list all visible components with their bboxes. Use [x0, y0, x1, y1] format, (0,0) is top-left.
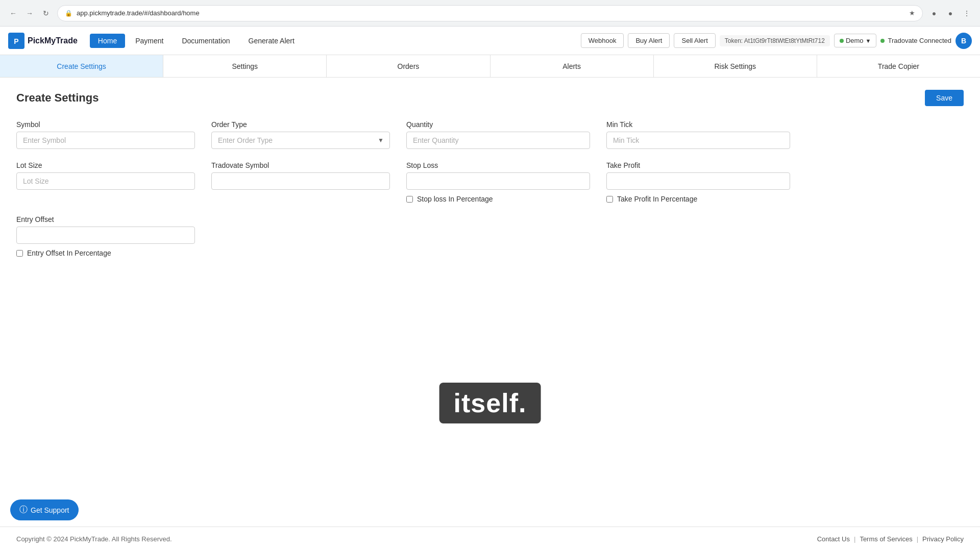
- url-text: app.pickmytrade.trade/#/dashboard/home: [77, 9, 905, 17]
- token-display: Token: At1tGt9rTt8tWtEt8tYtMtRt712: [720, 35, 830, 46]
- contact-us-link[interactable]: Contact Us: [817, 535, 850, 543]
- svg-text:P: P: [14, 37, 18, 45]
- symbol-label: Symbol: [16, 120, 195, 129]
- entry-offset-input[interactable]: 0: [16, 227, 195, 244]
- subnav-trade-copier[interactable]: Trade Copier: [817, 55, 980, 77]
- tradovate-symbol-label: Tradovate Symbol: [211, 161, 390, 169]
- symbol-input[interactable]: [16, 132, 195, 149]
- take-profit-label: Take Profit: [606, 161, 790, 169]
- subnav-risk-settings[interactable]: Risk Settings: [654, 55, 817, 77]
- page-title: Create Settings: [16, 91, 99, 105]
- demo-chevron-icon: ▼: [866, 38, 871, 44]
- form-row-1: Symbol Order Type Enter Order Type Marke…: [16, 120, 964, 149]
- terms-link[interactable]: Terms of Services: [860, 535, 912, 543]
- profile-icon[interactable]: ●: [943, 6, 958, 20]
- nav-payment[interactable]: Payment: [127, 34, 172, 48]
- lot-size-label: Lot Size: [16, 161, 195, 169]
- refresh-button[interactable]: ↻: [39, 6, 53, 20]
- connection-dot: [880, 39, 885, 43]
- tradovate-symbol-group: Tradovate Symbol NQH2: [211, 161, 390, 203]
- support-icon: ⓘ: [19, 505, 28, 515]
- quantity-group: Quantity: [406, 120, 590, 149]
- browser-right-icons: ● ● ⋮: [927, 6, 974, 20]
- min-tick-group: Min Tick: [606, 120, 790, 149]
- browser-chrome: ← → ↻ 🔒 app.pickmytrade.trade/#/dashboar…: [0, 0, 980, 27]
- logo-area: P PickMyTrade: [8, 33, 78, 49]
- demo-status-dot: [840, 39, 844, 43]
- lot-size-input[interactable]: [16, 172, 195, 190]
- overlay-text: itself.: [439, 383, 541, 423]
- entry-offset-checkbox-row: Entry Offset In Percentage: [16, 249, 195, 257]
- order-type-label: Order Type: [211, 120, 390, 129]
- footer-divider-1: |: [854, 535, 855, 543]
- avatar-button[interactable]: B: [955, 33, 972, 49]
- order-type-select[interactable]: Enter Order Type Market Limit Stop: [211, 132, 390, 149]
- symbol-group: Symbol: [16, 120, 195, 149]
- form-row-2: Lot Size Tradovate Symbol NQH2 Stop Loss…: [16, 161, 964, 203]
- sell-alert-button[interactable]: Sell Alert: [674, 33, 715, 48]
- extensions-icon[interactable]: ●: [927, 6, 941, 20]
- form-row-3: Entry Offset 0 Entry Offset In Percentag…: [16, 215, 964, 257]
- nav-documentation[interactable]: Documentation: [174, 34, 238, 48]
- entry-offset-percentage-label[interactable]: Entry Offset In Percentage: [27, 249, 111, 257]
- menu-icon[interactable]: ⋮: [960, 6, 974, 20]
- take-profit-percentage-checkbox[interactable]: [606, 196, 613, 203]
- webhook-button[interactable]: Webhook: [581, 33, 624, 48]
- logo-text: PickMyTrade: [28, 36, 78, 45]
- footer: Copyright © 2024 PickMyTrade. All Rights…: [0, 527, 980, 551]
- quantity-input[interactable]: [406, 132, 590, 149]
- header-right: Webhook Buy Alert Sell Alert Token: At1t…: [581, 33, 972, 49]
- order-type-group: Order Type Enter Order Type Market Limit…: [211, 120, 390, 149]
- lock-icon: 🔒: [65, 10, 72, 17]
- footer-copyright: Copyright © 2024 PickMyTrade. All Rights…: [16, 535, 172, 543]
- support-button[interactable]: ⓘ Get Support: [10, 499, 79, 520]
- stop-loss-checkbox-row: Stop loss In Percentage: [406, 195, 590, 203]
- connected-text: Tradovate Connected: [888, 37, 951, 44]
- tradovate-symbol-input[interactable]: NQH2: [211, 172, 390, 190]
- nav-home[interactable]: Home: [90, 34, 125, 48]
- star-icon: ★: [909, 9, 915, 17]
- take-profit-checkbox-row: Take Profit In Percentage: [606, 195, 790, 203]
- address-bar[interactable]: 🔒 app.pickmytrade.trade/#/dashboard/home…: [57, 5, 923, 21]
- buy-alert-button[interactable]: Buy Alert: [628, 33, 670, 48]
- connection-status: Tradovate Connected: [880, 37, 951, 44]
- sub-nav: Create Settings Settings Orders Alerts R…: [0, 55, 980, 78]
- footer-right: Contact Us | Terms of Services | Privacy…: [817, 535, 964, 543]
- browser-nav-buttons: ← → ↻: [6, 6, 53, 20]
- main-content: Create Settings Save Symbol Order Type: [0, 78, 980, 282]
- nav-generate-alert[interactable]: Generate Alert: [240, 34, 303, 48]
- nav-buttons: Home Payment Documentation Generate Aler…: [90, 34, 303, 48]
- subnav-settings[interactable]: Settings: [163, 55, 327, 77]
- min-tick-input[interactable]: [606, 132, 790, 149]
- take-profit-input[interactable]: 0: [606, 172, 790, 190]
- entry-offset-percentage-checkbox[interactable]: [16, 250, 23, 257]
- take-profit-group: Take Profit 0 Take Profit In Percentage: [606, 161, 790, 203]
- demo-selector[interactable]: Demo ▼: [834, 34, 877, 47]
- privacy-link[interactable]: Privacy Policy: [922, 535, 964, 543]
- order-type-select-wrapper: Enter Order Type Market Limit Stop ▼: [211, 132, 390, 149]
- subnav-orders[interactable]: Orders: [327, 55, 490, 77]
- subnav-create-settings[interactable]: Create Settings: [0, 55, 163, 77]
- stop-loss-group: Stop Loss 0 Stop loss In Percentage: [406, 161, 590, 203]
- back-button[interactable]: ←: [6, 6, 20, 20]
- take-profit-percentage-label[interactable]: Take Profit In Percentage: [617, 195, 697, 203]
- footer-divider-2: |: [917, 535, 918, 543]
- stop-loss-percentage-label[interactable]: Stop loss In Percentage: [417, 195, 493, 203]
- min-tick-label: Min Tick: [606, 120, 790, 129]
- app-header: P PickMyTrade Home Payment Documentation…: [0, 27, 980, 55]
- quantity-label: Quantity: [406, 120, 590, 129]
- entry-offset-label: Entry Offset: [16, 215, 195, 223]
- demo-label: Demo: [846, 37, 864, 44]
- page-wrapper: P PickMyTrade Home Payment Documentation…: [0, 27, 980, 551]
- subnav-alerts[interactable]: Alerts: [491, 55, 654, 77]
- form-container: Symbol Order Type Enter Order Type Marke…: [16, 120, 964, 257]
- logo-icon: P: [8, 33, 24, 49]
- stop-loss-percentage-checkbox[interactable]: [406, 196, 413, 203]
- stop-loss-label: Stop Loss: [406, 161, 590, 169]
- save-button[interactable]: Save: [925, 90, 964, 106]
- forward-button[interactable]: →: [22, 6, 37, 20]
- entry-offset-group: Entry Offset 0 Entry Offset In Percentag…: [16, 215, 195, 257]
- lot-size-group: Lot Size: [16, 161, 195, 203]
- stop-loss-input[interactable]: 0: [406, 172, 590, 190]
- content-area: Create Settings Save Symbol Order Type: [0, 78, 980, 551]
